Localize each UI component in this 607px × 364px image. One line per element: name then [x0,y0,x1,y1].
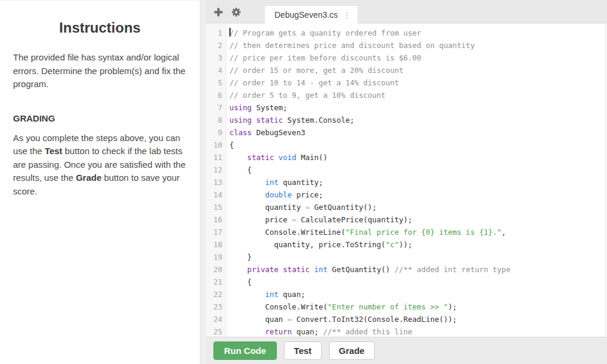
code-line[interactable]: 11 static void Main() [206,151,607,164]
code-line[interactable]: 10{ [206,139,607,151]
code-line-text: Console.Write("Enter number of items >> … [227,301,457,313]
code-lines: 1// Program gets a quanity ordered from … [206,24,607,337]
code-line-text: using static System.Console; [227,114,354,126]
code-line-text: static void Main() [227,151,328,164]
instructions-intro: The provided file has syntax and/or logi… [13,51,187,91]
code-line-text: { [227,139,234,151]
gear-icon[interactable] [231,7,241,17]
line-number: 21 [206,276,227,288]
editor-panel: DebugSeven3.cs ⋮ 1// Program gets a quan… [206,0,607,364]
code-line[interactable]: 16 price = CalculatePrice(quantity); [206,213,607,226]
code-line-text: return quan; //** added this line [227,325,413,337]
code-line[interactable]: 15 quantity = GetQuantity(); [206,201,607,213]
line-number: 1 [206,27,227,39]
code-line[interactable]: 8using static System.Console; [206,114,607,126]
line-number: 17 [206,226,227,238]
line-number: 5 [206,76,227,89]
kebab-vertical-icon[interactable]: ⋮ [343,11,351,19]
grade-button[interactable]: Grade [329,341,375,360]
line-number: 25 [206,325,227,337]
line-number: 22 [206,288,227,301]
line-number: 2 [206,39,227,52]
code-line-text: int quantity; [227,176,323,189]
code-line[interactable]: 22 int quan; [206,288,607,301]
tab-bar: DebugSeven3.cs ⋮ [206,0,607,24]
code-line[interactable]: 13 int quantity; [206,176,607,189]
app-window: Instructions The provided file has synta… [0,0,607,364]
line-number: 10 [206,139,227,151]
code-line[interactable]: 19 } [206,251,607,263]
code-line[interactable]: 12 { [206,164,607,176]
code-line[interactable]: 24 quan = Convert.ToInt32(Console.ReadLi… [206,313,607,325]
line-number: 19 [206,251,227,263]
code-line[interactable]: 25 return quan; //** added this line [206,325,607,337]
line-number: 6 [206,89,227,101]
code-line[interactable]: 6// order 5 to 9, get a 10% discount [206,89,607,101]
code-line-text: // order 15 or more, get a 20% discount [227,64,404,76]
add-file-icon[interactable] [213,7,223,17]
code-line[interactable]: 17 Console.WriteLine("Final price for {0… [206,226,607,238]
code-line-text: class DebugSeven3 [227,126,305,139]
code-line[interactable]: 3// price per item before discounts is $… [206,52,607,64]
code-line-text: double price; [227,189,323,201]
grading-heading: GRADING [13,113,187,123]
code-line[interactable]: 7using System; [206,101,607,114]
line-number: 23 [206,301,227,313]
line-number: 3 [206,52,227,64]
code-line-text: // order 5 to 9, get a 10% discount [227,89,385,101]
tab-debugseven3[interactable]: DebugSeven3.cs ⋮ [265,6,357,24]
tab-filename: DebugSeven3.cs [274,10,338,20]
grading-paragraph: As you complete the steps above, you can… [13,132,187,199]
code-line[interactable]: 14 double price; [206,189,607,201]
panel-scrollbar-track[interactable] [200,0,206,364]
code-line-text: Console.WriteLine("Final price for {0} i… [227,226,506,238]
line-number: 24 [206,313,227,325]
run-code-button[interactable]: Run Code [213,341,277,360]
code-line[interactable]: 5// order 10 to 14 - get a 14% discount [206,76,607,89]
line-number: 15 [206,201,227,213]
line-number: 12 [206,164,227,176]
line-number: 20 [206,263,227,276]
code-line-text: // Program gets a quanity ordered from u… [227,27,421,39]
code-line-text: int quan; [227,288,305,301]
code-line[interactable]: 21 { [206,276,607,288]
code-line-text: private static int GetQuantity() //** ad… [227,263,510,276]
code-line[interactable]: 18 quantity, price.ToString("c")); [206,238,607,251]
code-line-text: // price per item before discounts is $6… [227,52,421,64]
line-number: 7 [206,101,227,114]
code-line-text: using System; [227,101,287,114]
action-bar: Run Code Test Grade [206,337,607,364]
code-line[interactable]: 2// then determines price and discount b… [206,39,607,52]
line-number: 18 [206,238,227,251]
code-line-text: quantity = GetQuantity(); [227,201,376,213]
code-line-text: quan = Convert.ToInt32(Console.ReadLine(… [227,313,457,325]
line-number: 8 [206,114,227,126]
code-line-text: { [227,164,252,176]
instructions-title: Instructions [13,20,187,36]
code-line-text: { [227,276,252,288]
test-button[interactable]: Test [284,341,322,360]
code-line-text: quantity, price.ToString("c")); [227,238,413,251]
line-number: 4 [206,64,227,76]
line-number: 14 [206,189,227,201]
code-line-text: // order 10 to 14 - get a 14% discount [227,76,399,89]
line-number: 11 [206,151,227,164]
line-number: 9 [206,126,227,139]
code-line-text: price = CalculatePrice(quantity); [227,213,413,226]
instructions-panel: Instructions The provided file has synta… [0,0,200,364]
line-number: 13 [206,176,227,189]
code-line[interactable]: 1// Program gets a quanity ordered from … [206,27,607,39]
code-line-text: } [227,251,252,263]
code-line[interactable]: 9class DebugSeven3 [206,126,607,139]
code-line-text: // then determines price and discount ba… [227,39,475,52]
code-line[interactable]: 4// order 15 or more, get a 20% discount [206,64,607,76]
code-line[interactable]: 23 Console.Write("Enter number of items … [206,301,607,313]
code-line[interactable]: 20 private static int GetQuantity() //**… [206,263,607,276]
line-number: 16 [206,213,227,226]
code-editor[interactable]: 1// Program gets a quanity ordered from … [206,24,607,337]
